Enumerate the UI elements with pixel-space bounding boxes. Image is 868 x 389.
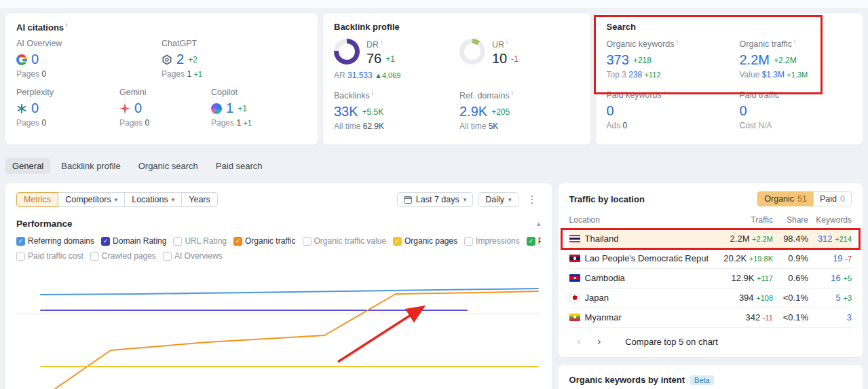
chart-line-organic-traffic: [42, 291, 538, 389]
search-grid: Organic keywords 373 +218 Top 3 238 +112…: [607, 38, 852, 130]
ai-citations-card: AI citations AI Overview 0 Pages 0 ChatG…: [5, 14, 318, 145]
location-row-laos[interactable]: Lao People's Democratic Reput 20.2K +19.…: [569, 249, 852, 269]
legend-url-rating[interactable]: URL Rating: [173, 236, 227, 246]
keywords-link[interactable]: 3: [847, 312, 852, 322]
legend-row-2: Paid traffic cost Crawled pages AI Overv…: [16, 250, 541, 262]
keywords-link[interactable]: 312: [818, 234, 833, 244]
legend-ai-overviews[interactable]: AI Overviews: [163, 251, 223, 261]
ai-citations-value[interactable]: 0: [31, 52, 39, 67]
tab-organic-search[interactable]: Organic search: [132, 158, 205, 174]
ai-citations-value[interactable]: 2: [176, 52, 184, 67]
competitors-button[interactable]: Competitors▾: [58, 192, 125, 207]
share-value: <0.1%: [773, 293, 808, 303]
ur-label: UR: [492, 39, 518, 50]
legend-paid-traffic-cost[interactable]: Paid traffic cost: [16, 251, 83, 261]
backlinks-value[interactable]: 33K: [334, 104, 358, 119]
chevron-down-icon: ▾: [464, 196, 467, 203]
chart-line-referring-domains: [41, 289, 538, 295]
legend-organic-traffic-value[interactable]: Organic traffic value: [303, 236, 387, 246]
location-row-myanmar[interactable]: Myanmar 342 -11 <0.1% 3: [569, 308, 852, 328]
search-card: Search Organic keywords 373 +218 Top 3 2…: [596, 14, 863, 145]
change-badge: +2: [188, 55, 197, 64]
checkbox-icon: [527, 237, 535, 246]
keywords-link[interactable]: 5: [836, 293, 841, 303]
ai-item-chatgpt: ChatGPT 2 +2 Pages 1 +1: [162, 39, 307, 79]
ar-value[interactable]: 31,533: [347, 71, 373, 80]
legend-organic-traffic[interactable]: Organic traffic: [233, 236, 295, 246]
calendar-icon: [404, 196, 412, 204]
change-badge: +1: [238, 104, 247, 113]
location-row-cambodia[interactable]: Cambodia 12.9K +117 0.6% 16 +5: [569, 269, 852, 289]
legend-impressions[interactable]: Impressions: [464, 236, 520, 246]
legend-label: Organic traffic value: [314, 236, 387, 246]
organic-keywords-block: Organic keywords 373 +218 Top 3 238 +112: [607, 38, 740, 79]
ai-item-copilot: Copilot 1 +1 Pages 1 +1: [211, 88, 303, 128]
date-range-button[interactable]: Last 7 days▾: [397, 192, 473, 207]
top3-value[interactable]: 238: [628, 70, 642, 79]
location-row-japan[interactable]: Japan 394 +108 <0.1% 5 +3: [569, 289, 852, 308]
toggle-organic[interactable]: Organic51: [757, 191, 814, 206]
granularity-button[interactable]: Daily▾: [478, 192, 518, 207]
pages-change: +1: [193, 70, 202, 78]
legend-label: Referring domains: [28, 236, 94, 246]
locations-button[interactable]: Locations▾: [124, 192, 182, 207]
legend-referring-domains[interactable]: Referring domains: [16, 236, 94, 246]
paid-traffic-value[interactable]: 0: [740, 103, 747, 119]
location-table-header: Location Traffic Share Keywords: [569, 210, 852, 229]
toggle-organic-count: 51: [797, 194, 807, 204]
locations-label: Locations: [132, 195, 168, 204]
organic-keywords-value[interactable]: 373: [607, 52, 629, 68]
ai-citations-value[interactable]: 1: [226, 100, 233, 116]
prev-page-icon[interactable]: ‹: [569, 337, 589, 346]
backlink-profile-card: Backlink profile DR 76 +1 AR 31,533 ▲4,0…: [323, 14, 590, 145]
ref-domains-value[interactable]: 2.9K: [459, 104, 487, 119]
years-button[interactable]: Years: [181, 192, 218, 207]
tab-general[interactable]: General: [5, 158, 50, 174]
checkbox-icon: [173, 237, 182, 246]
paid-keywords-value[interactable]: 0: [607, 103, 614, 119]
ai-citations-value[interactable]: 0: [134, 100, 142, 116]
value-amount[interactable]: $1.3M: [762, 70, 785, 79]
ai-source-label: Copilot: [211, 88, 303, 97]
paid-traffic-label: Paid traffic: [740, 89, 852, 100]
column-location[interactable]: Location: [569, 215, 709, 225]
next-page-icon[interactable]: ›: [589, 337, 609, 346]
organic-traffic-block: Organic traffic 2.2M +2.2M Value $1.3M +…: [740, 38, 852, 79]
more-options-icon[interactable]: ⋮: [524, 193, 541, 206]
compare-top5-link[interactable]: Compare top 5 on chart: [625, 337, 718, 347]
column-keywords[interactable]: Keywords: [808, 215, 852, 225]
traffic-change: +2.2M: [752, 235, 773, 243]
keywords-link[interactable]: 19: [833, 253, 842, 263]
organic-traffic-change: +2.2M: [774, 56, 797, 65]
dr-change: +1: [385, 54, 395, 64]
metrics-button[interactable]: Metrics: [16, 192, 58, 207]
traffic-value: 20.2K: [723, 253, 747, 263]
toggle-organic-label: Organic: [764, 194, 794, 204]
location-name: Myanmar: [585, 312, 622, 322]
traffic-value: 12.9K: [731, 273, 754, 283]
column-share[interactable]: Share: [773, 215, 808, 225]
legend-domain-rating[interactable]: Domain Rating: [101, 236, 166, 246]
tab-backlink-profile[interactable]: Backlink profile: [54, 158, 127, 174]
performance-chart-area[interactable]: [16, 265, 541, 389]
organic-keywords-label: Organic keywords: [607, 38, 740, 49]
legend-crawled-pages[interactable]: Crawled pages: [90, 251, 156, 261]
location-row-thailand[interactable]: Thailand 2.2M +2.2M 98.4% 312 +214: [569, 229, 852, 249]
ai-citations-title: AI citations: [16, 22, 307, 33]
keywords-link[interactable]: 16: [831, 273, 840, 283]
traffic-change: +19.8K: [749, 255, 773, 263]
ai-item-ai-overview: AI Overview 0 Pages 0: [16, 39, 162, 79]
dr-value: 76: [366, 51, 381, 67]
tab-paid-search[interactable]: Paid search: [209, 158, 269, 174]
column-traffic[interactable]: Traffic: [709, 215, 773, 225]
legend-label: URL Rating: [185, 236, 227, 246]
collapse-section-icon[interactable]: ▴: [537, 219, 541, 228]
share-value: <0.1%: [773, 312, 808, 322]
ai-citations-value[interactable]: 0: [31, 100, 39, 116]
organic-traffic-value[interactable]: 2.2M: [740, 52, 770, 68]
legend-paid-traffic[interactable]: Paid traffic: [527, 236, 541, 246]
legend-organic-pages[interactable]: Organic pages: [393, 236, 457, 246]
checkbox-icon: [101, 237, 110, 246]
google-icon: [16, 54, 27, 65]
toggle-paid[interactable]: Paid0: [813, 191, 852, 206]
